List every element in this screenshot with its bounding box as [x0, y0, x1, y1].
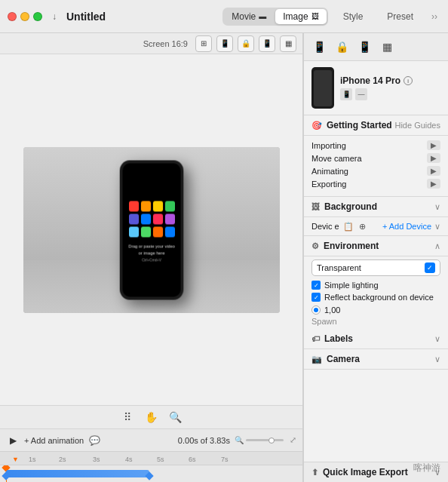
time-of-label: of — [198, 436, 210, 445]
reflect-bg-row: ✓ Reflect background on device — [304, 291, 448, 303]
aspect-ratio-button[interactable]: ⊞ — [195, 35, 212, 52]
tab-movie[interactable]: Movie ▬ — [224, 9, 274, 24]
titlebar: ↓ Untitled Movie ▬ Image 🖼 Style Preset … — [0, 0, 448, 33]
camera-header[interactable]: 📷 Camera ∨ — [304, 349, 448, 370]
camera-label: Camera — [327, 354, 360, 364]
dots-tool-icon[interactable]: ⠿ — [120, 410, 135, 425]
device-row-label: Devic e — [311, 222, 339, 231]
timeline-tracks[interactable] — [0, 465, 302, 482]
device-icon-2[interactable]: 🔒 — [238, 35, 254, 52]
add-animation-button[interactable]: + Add animation — [24, 436, 84, 445]
move-camera-row: Move camera ▶ — [311, 152, 440, 164]
environment-dropdown-label: Transparent — [317, 263, 361, 272]
device-icon-4[interactable]: ▦ — [280, 35, 296, 52]
minimize-button[interactable] — [20, 12, 29, 21]
phone-icon-2[interactable]: 📱 — [355, 38, 373, 56]
add-device-button[interactable]: + Add Device — [382, 222, 431, 231]
importing-arrow[interactable]: ▶ — [427, 140, 440, 150]
zoom-control: 🔍 — [235, 436, 284, 444]
device-variant-2[interactable]: — — [355, 88, 367, 100]
environment-dropdown[interactable]: Transparent ✓ — [311, 259, 440, 276]
device-icon-3[interactable]: 📱 — [259, 35, 275, 52]
search-tool-icon[interactable]: 🔍 — [168, 410, 183, 425]
hand-tool-icon[interactable]: ✋ — [144, 410, 159, 425]
title-arrow-icon[interactable]: ↓ — [48, 11, 60, 23]
play-button[interactable]: ▶ — [6, 434, 20, 447]
phone-mockup: Drag or paste your video or image here C… — [119, 160, 183, 299]
getting-started-header[interactable]: 🎯 Getting Started Hide Guides — [304, 115, 448, 136]
reflect-bg-checkbox[interactable]: ✓ — [311, 293, 321, 302]
exporting-arrow[interactable]: ▶ — [427, 179, 440, 189]
environment-chevron: ∧ — [434, 241, 440, 251]
time-current: 0.00s — [178, 436, 198, 445]
device-icon-1[interactable]: 📱 — [216, 35, 233, 52]
camera-icon: 📷 — [311, 355, 322, 364]
getting-started-label: Getting Started — [327, 120, 392, 130]
quick-export-left: ⬆ Quick Image Export — [311, 467, 408, 477]
tab-preset[interactable]: Preset — [378, 9, 422, 24]
device-row-icon-1[interactable]: 📋 — [342, 220, 354, 232]
more-tabs-icon[interactable]: ›› — [428, 11, 440, 22]
app-icons-grid — [125, 198, 177, 240]
timeline-track-bar[interactable] — [6, 470, 149, 477]
ruler-tick-2s: 2s — [59, 456, 66, 463]
app-icon-1 — [128, 201, 138, 211]
device-row-icon-2[interactable]: ⊕ — [357, 220, 369, 232]
expand-icon[interactable]: ⤢ — [290, 435, 296, 445]
device-variant-1[interactable]: 📱 — [340, 88, 352, 100]
device-thumbnail — [311, 67, 334, 109]
canvas-area[interactable]: Drag or paste your video or image here C… — [0, 54, 302, 405]
playback-bar: ▶ + Add animation 💬 0.00s of 3.83s 🔍 ⤢ — [0, 429, 302, 452]
labels-chevron: ∨ — [434, 334, 440, 344]
right-toolbar: 📱 🔒 📱 ▦ — [304, 33, 448, 61]
phone-screen: Drag or paste your video or image here C… — [122, 163, 180, 296]
environment-label: Environment — [324, 241, 379, 251]
scene-viewport: Drag or paste your video or image here C… — [23, 147, 280, 313]
importing-label: Importing — [311, 141, 346, 150]
close-button[interactable] — [8, 12, 17, 21]
spawn-label: Spawn — [304, 317, 448, 329]
importing-row: Importing ▶ — [311, 139, 440, 152]
movie-icon: ▬ — [259, 12, 266, 20]
device-name-row: iPhone 14 Pro i — [340, 75, 440, 86]
drop-text: Drag or paste your video or image here — [122, 243, 180, 256]
spawn-radio[interactable] — [311, 305, 321, 315]
app-icon-6 — [140, 213, 150, 224]
animating-arrow[interactable]: ▶ — [427, 166, 440, 176]
labels-icon: 🏷 — [311, 334, 320, 343]
watermark: 喀神游 — [413, 462, 440, 474]
lock-icon[interactable]: 🔒 — [333, 38, 351, 56]
labels-header[interactable]: 🏷 Labels ∨ — [304, 329, 448, 349]
tab-group: Movie ▬ Image 🖼 — [222, 8, 327, 26]
simple-lighting-row: ✓ Simple lighting — [304, 279, 448, 291]
hide-guides-button[interactable]: Hide Guides — [394, 121, 440, 130]
move-camera-arrow[interactable]: ▶ — [427, 153, 440, 163]
background-label: Background — [324, 201, 377, 212]
ruler-marks: ▼ 1s 2s 3s 4s 5s 6s 7s — [6, 452, 296, 465]
comment-icon[interactable]: 💬 — [88, 434, 100, 447]
app-icon-5 — [128, 213, 138, 224]
app-icon-4 — [164, 201, 174, 211]
canvas-tools: ⠿ ✋ 🔍 — [0, 405, 302, 429]
spawn-radio-inner — [314, 308, 318, 312]
getting-started-left: 🎯 Getting Started — [311, 120, 392, 130]
background-chevron: ∨ — [434, 202, 440, 212]
background-header[interactable]: 🖼 Background ∨ — [304, 197, 448, 217]
spawn-value: 1,00 — [324, 305, 340, 315]
app-icon-12 — [164, 226, 174, 237]
zoom-slider[interactable] — [246, 439, 284, 441]
tab-image[interactable]: Image 🖼 — [275, 9, 326, 24]
device-row: Devic e 📋 ⊕ + Add Device ∨ — [304, 217, 448, 236]
simple-lighting-checkbox[interactable]: ✓ — [311, 281, 321, 290]
ruler-tick-3s: 3s — [93, 456, 100, 463]
device-info-icon[interactable]: i — [404, 76, 413, 85]
background-left: 🖼 Background — [311, 201, 377, 212]
device-thumb-screen — [314, 70, 332, 106]
phone-icon[interactable]: 📱 — [310, 38, 328, 56]
tab-style[interactable]: Style — [334, 9, 373, 24]
environment-header[interactable]: ⚙ Environment ∧ — [304, 236, 448, 256]
exporting-row: Exporting ▶ — [311, 177, 440, 190]
texture-icon[interactable]: ▦ — [378, 38, 396, 56]
maximize-button[interactable] — [33, 12, 42, 21]
zoom-search-icon: 🔍 — [235, 436, 244, 444]
